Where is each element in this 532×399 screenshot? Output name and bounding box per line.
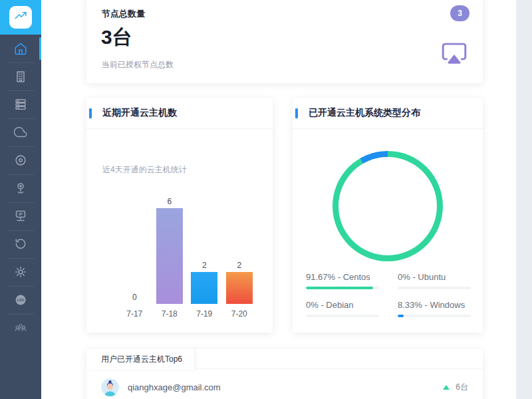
avatar — [101, 378, 119, 396]
chart-subtitle: 近4天开通的云主机统计 — [102, 164, 187, 176]
bar-stack: 2 — [222, 196, 257, 304]
stats-subtitle: 当前已授权节点总数 — [102, 59, 174, 70]
sidebar-item-logs[interactable]: LOG — [0, 286, 41, 314]
log-badge-icon: LOG — [13, 293, 28, 307]
tabs-bar: 用户已开通云主机Top6 — [86, 349, 483, 369]
sidebar-item-settings[interactable] — [0, 258, 41, 286]
user-email: qianghxage@gmail.com — [128, 382, 221, 392]
legend-track — [306, 287, 379, 289]
sidebar-nav: IPLOG — [0, 35, 41, 342]
sidebar-item-users[interactable] — [0, 314, 41, 342]
sidebar: IPLOG — [0, 0, 41, 399]
x-axis-label: 7-19 — [196, 309, 212, 319]
sidebar-item-nodes[interactable] — [0, 63, 41, 90]
bar-value-label: 0 — [132, 293, 137, 302]
status-badge: 3 — [450, 5, 469, 21]
bar — [191, 272, 217, 304]
team-icon — [13, 321, 28, 335]
donut-legend: 91.67% - Centos0% - Ubuntu0% - Debian8.3… — [306, 272, 471, 317]
user-host-count: 6台 — [456, 382, 468, 393]
bar-value-label: 6 — [167, 197, 172, 206]
disc-icon — [13, 153, 28, 168]
card-title: 已开通云主机系统类型分布 — [309, 107, 420, 119]
gear-icon — [13, 265, 28, 279]
stats-title: 节点总数量 — [102, 8, 145, 20]
legend-track — [398, 287, 471, 289]
card-header: 近期开通云主机数 — [86, 98, 273, 129]
accent-bar — [295, 108, 298, 118]
legend-item: 91.67% - Centos — [306, 272, 379, 289]
legend-label: 0% - Debian — [306, 300, 379, 310]
map-pin-icon — [13, 181, 28, 196]
node-stats-card: 节点总数量 3台 当前已授权节点总数 3 — [86, 0, 483, 83]
legend-label: 91.67% - Centos — [306, 272, 379, 282]
server-rack-icon — [13, 97, 28, 112]
sidebar-header — [0, 0, 41, 35]
dashboard-page: IPLOG 节点总数量 3台 当前已授权节点总数 3 近期开通云主机数 近4天开… — [0, 0, 532, 399]
bar — [156, 208, 183, 304]
top-users-list: qianghxage@gmail.com6台 — [86, 369, 483, 399]
cloud-icon — [13, 125, 28, 140]
legend-item: 0% - Debian — [306, 300, 379, 317]
sidebar-item-servers[interactable] — [0, 90, 41, 118]
bar-value-label: 2 — [237, 261, 241, 270]
bar-column: 27-20 — [222, 196, 257, 319]
sidebar-item-location[interactable] — [0, 174, 41, 202]
legend-track — [306, 315, 379, 317]
app-logo — [9, 6, 32, 29]
history-icon — [13, 237, 28, 251]
stats-value: 3台 — [101, 24, 132, 51]
main-content: 节点总数量 3台 当前已授权节点总数 3 近期开通云主机数 近4天开通的云主机统… — [41, 0, 516, 399]
bar-stack: 6 — [152, 196, 188, 304]
recent-hosts-card: 近期开通云主机数 近4天开通的云主机统计 07-1767-1827-1927-2… — [86, 98, 273, 332]
page-background-strip — [516, 0, 532, 399]
airplay-icon — [440, 40, 468, 68]
bar — [226, 272, 253, 304]
trending-up-icon — [14, 9, 27, 25]
legend-label: 8.33% - Windows — [398, 300, 471, 310]
card-header: 已开通云主机系统类型分布 — [293, 98, 483, 129]
card-title: 近期开通云主机数 — [102, 107, 177, 119]
bar-stack: 2 — [187, 196, 222, 304]
ip-network-icon: IP — [13, 209, 28, 223]
sidebar-item-images[interactable] — [0, 146, 41, 174]
os-distribution-card: 已开通云主机系统类型分布 91.67% - Centos0% - Ubuntu0… — [293, 98, 483, 332]
top-user-row: qianghxage@gmail.com6台 — [86, 369, 483, 399]
legend-fill — [306, 287, 373, 289]
tab-top-users[interactable]: 用户已开通云主机Top6 — [86, 349, 195, 369]
legend-fill — [398, 315, 404, 317]
home-icon — [13, 41, 28, 56]
legend-track — [398, 315, 471, 317]
bar-column: 07-17 — [117, 196, 152, 319]
top-users-card: 用户已开通云主机Top6 qianghxage@gmail.com6台 — [86, 349, 483, 399]
legend-item: 8.33% - Windows — [398, 300, 471, 317]
sidebar-item-history[interactable] — [0, 230, 41, 258]
active-indicator — [39, 37, 41, 60]
svg-text:IP: IP — [19, 212, 23, 216]
bar-stack: 0 — [117, 196, 152, 304]
legend-label: 0% - Ubuntu — [398, 272, 471, 282]
trend-up-icon — [443, 385, 450, 390]
accent-bar — [89, 108, 92, 118]
bar-column: 67-18 — [152, 196, 188, 319]
bar-chart: 07-1767-1827-1927-20 — [117, 196, 257, 319]
legend-item: 0% - Ubuntu — [398, 272, 471, 289]
sidebar-item-cloud[interactable] — [0, 118, 41, 146]
building-icon — [13, 69, 28, 84]
bar-column: 27-19 — [187, 196, 222, 319]
x-axis-label: 7-18 — [162, 309, 178, 319]
x-axis-label: 7-20 — [231, 309, 247, 319]
sidebar-item-home[interactable] — [0, 35, 41, 63]
bar-value-label: 2 — [202, 261, 207, 270]
sidebar-item-ip[interactable]: IP — [0, 202, 41, 230]
donut-chart — [332, 151, 443, 261]
x-axis-label: 7-17 — [126, 309, 142, 319]
svg-text:LOG: LOG — [17, 299, 25, 302]
